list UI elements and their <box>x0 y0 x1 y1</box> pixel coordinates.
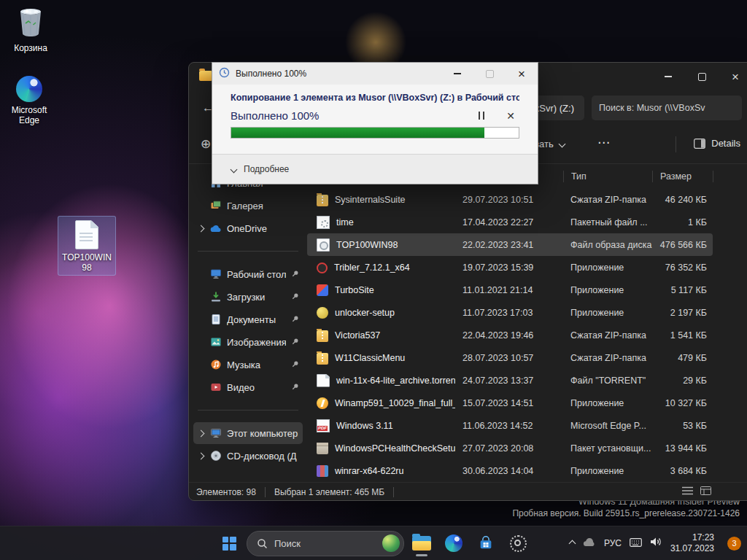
sidebar-item-pictures[interactable]: Изображения <box>193 331 303 353</box>
file-row[interactable]: SysinternalsSuite 29.07.2023 10:51Сжатая… <box>307 188 713 211</box>
desktop-icon-recycle-bin[interactable]: Корзина <box>3 6 58 53</box>
documents-icon <box>209 314 222 326</box>
window-controls: × <box>651 63 747 90</box>
touch-keyboard-icon[interactable] <box>630 537 642 550</box>
copy-message: Копирование 1 элемента из Musor (\\VBoxS… <box>231 93 519 103</box>
start-button[interactable] <box>214 529 244 558</box>
file-row[interactable]: Victoria537 22.04.2023 19:46Сжатая ZIP-п… <box>307 324 713 346</box>
desktop-icon-edge[interactable]: Microsoft Edge <box>1 76 57 125</box>
sidebar-item-desktop[interactable]: Рабочий стол <box>193 263 303 285</box>
cd-drive-icon <box>209 450 222 462</box>
taskbar-settings[interactable] <box>503 529 533 558</box>
file-row[interactable]: WindowsPCHealthCheckSetup 27.07.2023 20:… <box>307 437 713 459</box>
column-header-type[interactable]: Тип <box>563 171 652 182</box>
downloads-icon <box>209 291 222 303</box>
list-view-button[interactable] <box>682 486 693 497</box>
torrent-file-icon <box>317 374 330 387</box>
zip-folder-icon <box>317 330 328 342</box>
sidebar-item-this-pc[interactable]: Этот компьютер <box>193 422 303 444</box>
edge-icon <box>16 76 42 102</box>
winamp-app-icon <box>317 397 328 409</box>
chevron-down-icon <box>558 141 565 148</box>
sidebar-item-documents[interactable]: Документы <box>193 308 303 330</box>
sidebar-item-downloads[interactable]: Загрузки <box>193 286 303 308</box>
onedrive-tray-icon[interactable] <box>583 537 596 550</box>
music-icon <box>209 359 222 371</box>
details-pane-icon <box>694 139 705 149</box>
file-row[interactable]: unlocker-setup 11.07.2023 17:03Приложени… <box>307 301 713 324</box>
dialog-minimize-button[interactable] <box>441 63 473 85</box>
details-pane-button[interactable]: Details <box>694 138 740 149</box>
dialog-titlebar[interactable]: Выполнено 100% × <box>212 63 538 85</box>
search-input[interactable]: Поиск в: Musor (\\VBoxSv <box>592 96 742 120</box>
more-options-button[interactable]: ⋯ <box>597 135 610 150</box>
search-icon <box>257 538 268 549</box>
file-row[interactable]: TurboSite 11.01.2021 21:14Приложение5 11… <box>307 279 713 301</box>
close-button[interactable]: × <box>719 63 747 90</box>
recycle-bin-icon <box>16 6 45 40</box>
progress-bar-fill <box>231 128 484 138</box>
new-item-button[interactable]: ⊕ <box>201 136 211 152</box>
notification-badge[interactable]: 3 <box>727 537 741 551</box>
taskbar-file-explorer[interactable] <box>407 529 436 558</box>
column-header-end <box>713 171 747 182</box>
copy-progress-dialog: Выполнено 100% × Копирование 1 элемента … <box>212 62 538 184</box>
gallery-icon <box>209 200 222 212</box>
search-value: Поиск в: Musor (\\VBoxSv <box>599 103 705 113</box>
progress-bar <box>231 127 519 139</box>
turbosite-app-icon <box>317 284 328 296</box>
dialog-maximize-button[interactable] <box>473 63 506 85</box>
tray-time: 17:23 <box>692 532 714 543</box>
sidebar-item-music[interactable]: Музыка <box>193 354 303 376</box>
sidebar-separator <box>189 240 307 262</box>
taskbar-search[interactable]: Поиск <box>247 531 404 556</box>
desktop-icon-top100win98[interactable]: TOP100WIN98 <box>58 216 116 276</box>
file-explorer-icon <box>412 536 431 551</box>
file-row[interactable]: Windows 3.11 11.06.2023 14:52Microsoft E… <box>307 414 713 437</box>
taskbar-edge[interactable] <box>439 529 468 558</box>
pin-icon <box>291 382 299 393</box>
cancel-copy-icon[interactable]: ✕ <box>506 111 515 121</box>
gear-icon <box>510 535 527 552</box>
maximize-button[interactable] <box>685 63 719 90</box>
progress-label: Выполнено 100% <box>231 109 319 122</box>
status-bar: Элементов: 98 Выбран 1 элемент: 465 МБ <box>189 482 747 501</box>
toolbar-divider <box>676 136 676 152</box>
sidebar-item-cd-drive[interactable]: CD-дисковод (Д <box>193 445 303 467</box>
installer-package-icon <box>317 443 328 454</box>
column-header-size[interactable]: Размер <box>652 171 713 182</box>
desktop-icon-label: TOP100WIN98 <box>60 252 114 273</box>
file-row-selected[interactable]: TOP100WIN98 22.02.2023 23:41Файл образа … <box>307 233 713 256</box>
desktop-icon-label: Корзина <box>14 43 47 53</box>
file-row[interactable]: Winamp591_10029_final_full_... 15.07.202… <box>307 392 713 414</box>
details-view-button[interactable] <box>700 486 711 497</box>
file-row[interactable]: time 17.04.2023 22:27Пакетный файл ...1 … <box>307 211 713 233</box>
language-indicator[interactable]: РУС <box>604 538 622 548</box>
sidebar-item-onedrive[interactable]: OneDrive <box>193 217 303 239</box>
onedrive-cloud-icon <box>209 222 222 235</box>
zip-folder-icon <box>317 195 328 206</box>
watermark-line2: Пробная версия. Build 25915.rs_prereleas… <box>512 508 740 519</box>
file-row[interactable]: Tribler_7.12.1_x64 19.07.2023 15:39Прило… <box>307 256 713 279</box>
file-row[interactable]: win-11x-64-lite_archive.torrent 24.07.20… <box>307 369 713 392</box>
file-row[interactable]: W11ClassicMenu 28.07.2023 10:57Сжатая ZI… <box>307 346 713 369</box>
pin-icon <box>291 359 299 370</box>
pin-icon <box>291 314 299 325</box>
pause-icon[interactable] <box>479 112 485 120</box>
minimize-button[interactable] <box>651 63 685 90</box>
clock[interactable]: 17:23 31.07.2023 <box>670 532 714 554</box>
file-list: SysinternalsSuite 29.07.2023 10:51Сжатая… <box>307 188 747 482</box>
windows-logo-icon <box>222 537 236 551</box>
chevron-right-icon <box>197 429 204 437</box>
selection-summary: Выбран 1 элемент: 465 МБ <box>274 487 384 497</box>
volume-icon[interactable] <box>650 537 662 550</box>
taskbar-store[interactable] <box>471 529 500 558</box>
dialog-close-button[interactable]: × <box>506 63 538 85</box>
more-details-toggle[interactable]: Подробнее <box>244 164 289 174</box>
file-row[interactable]: winrar-x64-622ru 30.06.2023 14:04Приложе… <box>307 459 713 482</box>
show-hidden-icons-chevron[interactable] <box>568 540 576 547</box>
tab-folder-icon <box>199 71 212 81</box>
sidebar-item-gallery[interactable]: Галерея <box>193 195 303 217</box>
dialog-footer: Подробнее <box>212 154 538 184</box>
sidebar-item-videos[interactable]: Видео <box>193 376 303 398</box>
